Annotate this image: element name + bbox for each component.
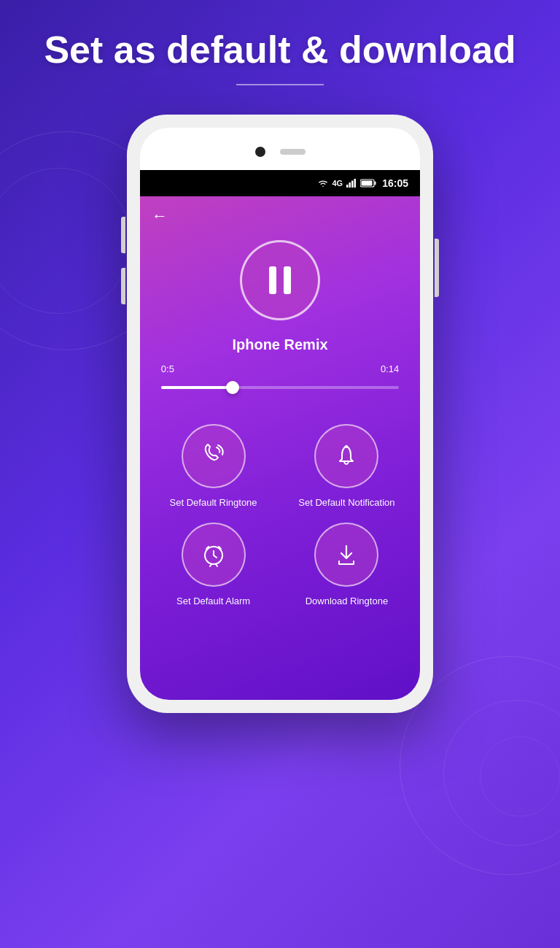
status-bar: 4G 16:05: [140, 170, 420, 196]
pause-bar-left: [269, 266, 276, 294]
action-alarm[interactable]: Set Default Alarm: [154, 523, 273, 606]
status-time: 16:05: [382, 177, 408, 189]
volume-up-button: [121, 217, 125, 253]
action-notification[interactable]: Set Default Notification: [287, 424, 406, 508]
battery-icon: [360, 179, 376, 188]
ringtone-label: Set Default Ringtone: [170, 497, 257, 508]
svg-rect-1: [349, 182, 351, 188]
phone-ring-icon: [199, 442, 228, 471]
actions-grid: Set Default Ringtone Set Default Notific…: [154, 424, 406, 606]
pause-button[interactable]: [240, 240, 320, 320]
signal-label: 4G: [332, 179, 343, 188]
action-download[interactable]: Download Ringtone: [287, 523, 406, 606]
page-title: Set as default & download: [29, 29, 531, 71]
current-time: 0:5: [161, 363, 174, 374]
pause-icon: [269, 266, 291, 294]
pause-bar-right: [284, 266, 291, 294]
bell-icon: [332, 442, 361, 471]
track-name: Iphone Remix: [232, 336, 327, 353]
svg-rect-5: [375, 182, 376, 185]
front-camera: [255, 147, 265, 157]
slider-thumb[interactable]: [226, 381, 239, 394]
download-label: Download Ringtone: [306, 596, 388, 606]
volume-down-button: [121, 268, 125, 304]
status-icons: 4G: [317, 179, 377, 188]
slider-track: [161, 386, 399, 389]
download-circle: [314, 523, 378, 587]
back-button[interactable]: ←: [152, 207, 168, 226]
ringtone-circle: [182, 424, 246, 488]
notification-label: Set Default Notification: [298, 497, 394, 508]
phone-body: 4G 16:05: [127, 115, 433, 713]
progress-slider[interactable]: [161, 380, 399, 395]
svg-point-7: [345, 445, 348, 448]
phone-sensor-bar: [222, 141, 338, 163]
phone-screen: 4G 16:05: [140, 128, 420, 700]
notification-circle: [314, 424, 378, 488]
action-ringtone[interactable]: Set Default Ringtone: [154, 424, 273, 508]
time-row: 0:5 0:14: [161, 363, 399, 374]
wifi-icon: [317, 179, 329, 188]
deco-circle-5: [480, 736, 560, 817]
alarm-icon: [199, 540, 228, 569]
svg-rect-3: [354, 179, 357, 188]
power-button: [435, 239, 439, 297]
title-area: Set as default & download: [0, 0, 560, 100]
total-time: 0:14: [381, 363, 399, 374]
signal-icon: [346, 179, 357, 188]
slider-fill: [161, 386, 233, 389]
alarm-circle: [182, 523, 246, 587]
svg-rect-2: [351, 181, 354, 188]
earpiece-speaker: [280, 149, 306, 155]
download-icon: [332, 540, 361, 569]
svg-rect-6: [362, 181, 373, 186]
svg-rect-0: [346, 185, 349, 188]
app-screen: ← Iphone Remix 0:5 0:14: [140, 196, 420, 700]
title-divider: [236, 84, 324, 85]
alarm-label: Set Default Alarm: [176, 596, 250, 606]
phone-mockup: 4G 16:05: [127, 115, 433, 713]
